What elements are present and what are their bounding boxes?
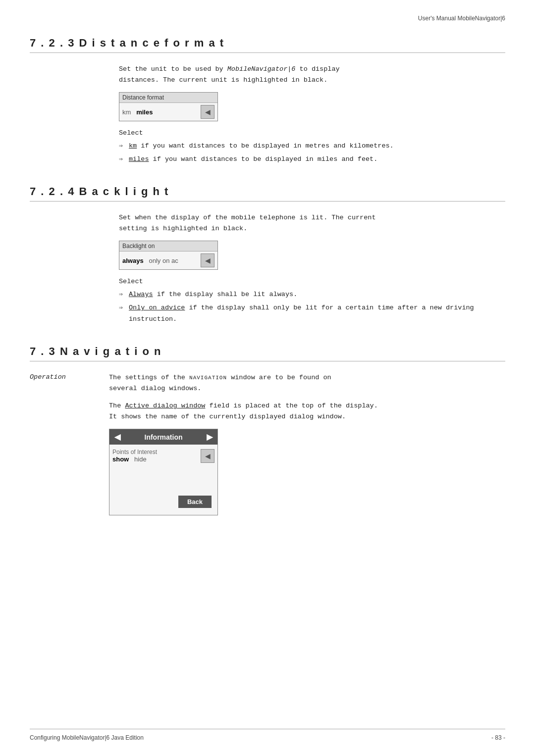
backlight-bullet-always: Always if the display shall be lit alway…	[119, 289, 505, 301]
backlight-description: Set when the display of the mobile telep…	[119, 212, 505, 234]
distance-format-description: Set the unit to be used by MobileNavigat…	[119, 64, 505, 85]
nav-title: Information	[145, 433, 183, 441]
backlight-widget: Backlight on always only on ac ◀	[119, 241, 218, 270]
section-distance-format: 7 . 2 . 3 D i s t a n c e f o r m a t Se…	[30, 37, 505, 165]
footer-left: Configuring MobileNavigator|6 Java Editi…	[30, 734, 144, 741]
backlight-bullet-advice: Only on advice if the display shall only…	[119, 302, 505, 325]
backlight-widget-row: always only on ac ◀	[119, 252, 217, 269]
backlight-option-ac[interactable]: only on ac	[149, 257, 178, 264]
nav-widget-options: show hide	[112, 455, 157, 463]
page-footer: Configuring MobileNavigator|6 Java Editi…	[30, 729, 505, 741]
section-content-distance-format: Set the unit to be used by MobileNavigat…	[119, 64, 505, 165]
backlight-advice-label: Only on advice	[129, 304, 185, 311]
distance-format-options: km miles	[122, 108, 153, 116]
section-title-backlight: 7 . 2 . 4 B a c k l i g h t	[30, 185, 505, 202]
navigation-desc1: The settings of the Navigation window ar…	[109, 372, 505, 394]
manual-title: User's Manual MobileNavigator|6	[418, 15, 505, 22]
distance-bullet-miles: miles if you want distances to be displa…	[119, 154, 505, 165]
section-content-backlight: Set when the display of the mobile telep…	[119, 212, 505, 325]
backlight-option-always[interactable]: always	[122, 257, 144, 264]
distance-option-miles[interactable]: miles	[136, 108, 153, 116]
active-dialog-window-link: Active dialog window	[125, 402, 205, 409]
distance-km-label: km	[129, 142, 137, 150]
nav-widget-body: Points of Interest show hide ◀ Back	[109, 445, 217, 515]
backlight-always-label: Always	[129, 291, 153, 298]
operation-block: Operation The settings of the Navigation…	[30, 372, 505, 523]
backlight-widget-header: Backlight on	[119, 241, 217, 252]
backlight-options: always only on ac	[122, 257, 178, 264]
distance-format-widget-row: km miles ◀	[119, 103, 217, 121]
distance-bullet-list: km if you want distances to be displayed…	[119, 141, 505, 165]
nav-widget-sublabel: Points of Interest	[112, 449, 157, 455]
distance-miles-label: miles	[129, 155, 149, 163]
footer-right: - 83 -	[491, 734, 505, 741]
nav-widget-header: ◀ Information ▶	[109, 429, 217, 445]
distance-format-arrow[interactable]: ◀	[201, 105, 214, 119]
page-header: User's Manual MobileNavigator|6	[30, 15, 505, 22]
nav-right-arrow[interactable]: ▶	[207, 432, 213, 442]
distance-select-label: Select	[119, 129, 505, 137]
nav-option-show[interactable]: show	[112, 455, 129, 463]
nav-widget-left: Points of Interest show hide	[112, 449, 157, 463]
operation-label: Operation	[30, 372, 109, 523]
nav-option-hide[interactable]: hide	[134, 455, 147, 463]
distance-bullet-km: km if you want distances to be displayed…	[119, 141, 505, 152]
navigation-desc2: The Active dialog window field is placed…	[109, 401, 505, 422]
distance-option-km[interactable]: km	[122, 108, 131, 116]
backlight-arrow[interactable]: ◀	[201, 253, 214, 267]
navigation-widget: ◀ Information ▶ Points of Interest show …	[109, 429, 218, 515]
page: User's Manual MobileNavigator|6 7 . 2 . …	[0, 0, 535, 756]
backlight-select-label: Select	[119, 278, 505, 285]
distance-format-widget: Distance format km miles ◀	[119, 92, 218, 121]
nav-left-arrow[interactable]: ◀	[114, 432, 120, 442]
nav-widget-back-row: Back	[112, 493, 214, 511]
distance-format-widget-header: Distance format	[119, 93, 217, 103]
section-backlight: 7 . 2 . 4 B a c k l i g h t Set when the…	[30, 185, 505, 325]
section-title-distance-format: 7 . 2 . 3 D i s t a n c e f o r m a t	[30, 37, 505, 53]
backlight-bullet-list: Always if the display shall be lit alway…	[119, 289, 505, 325]
back-button[interactable]: Back	[178, 496, 212, 508]
section-title-navigation: 7 . 3 N a v i g a t i o n	[30, 345, 505, 361]
nav-widget-subrow: Points of Interest show hide ◀	[112, 449, 214, 463]
nav-widget-arrow[interactable]: ◀	[201, 449, 214, 463]
operation-content: The settings of the Navigation window ar…	[109, 372, 505, 523]
nav-widget-spacer	[112, 463, 214, 493]
section-navigation: 7 . 3 N a v i g a t i o n Operation The …	[30, 345, 505, 523]
